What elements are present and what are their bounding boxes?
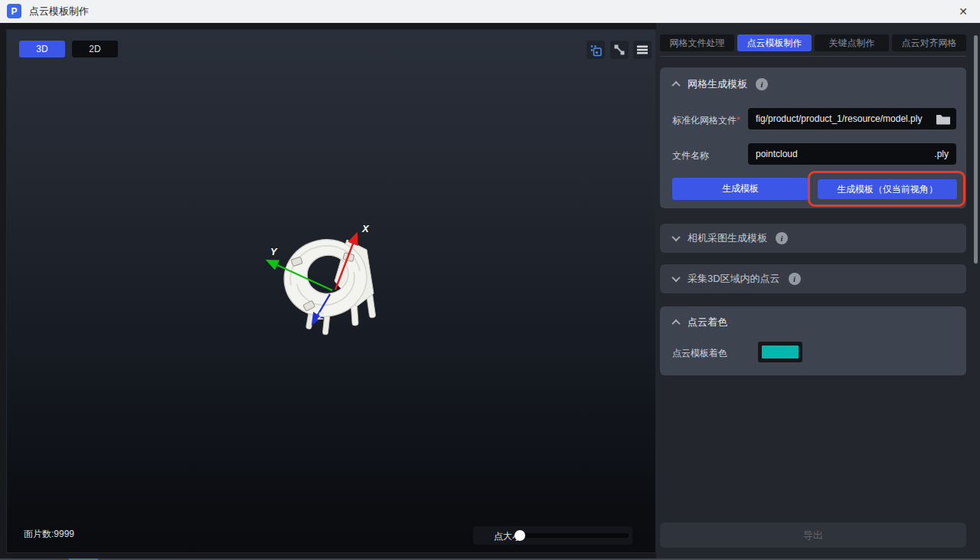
menu-icon[interactable] [633, 41, 652, 59]
chevron-up-icon [671, 319, 680, 328]
section-3d-region-collect: 采集3D区域内的点云 i [660, 264, 966, 293]
chevron-down-icon [671, 233, 680, 241]
pointcloud-capture-icon[interactable] [586, 41, 605, 59]
tab-pointcloud-align-mesh[interactable]: 点云对齐网格 [892, 34, 966, 51]
mode-2d-button[interactable]: 2D [72, 41, 118, 57]
tab-pointcloud-template[interactable]: 点云模板制作 [737, 34, 812, 51]
section-mesh-title: 网格生成模板 [688, 77, 747, 91]
section-camera-capture: 相机采图生成模板 i [660, 224, 966, 253]
file-field-label: 标准化网格文件* [672, 114, 740, 127]
info-icon[interactable]: i [776, 232, 788, 244]
file-path-input[interactable] [748, 108, 956, 129]
section-region-header[interactable]: 采集3D区域内的点云 i [660, 264, 966, 293]
section-camera-header[interactable]: 相机采图生成模板 i [660, 224, 966, 253]
file-name-field: .ply [748, 143, 956, 165]
face-count-label: 面片数:9999 [24, 528, 74, 541]
color-swatch-fill [762, 345, 799, 359]
swatch-label: 点云模板着色 [672, 347, 727, 360]
close-button[interactable]: ✕ [954, 3, 972, 20]
app-logo-icon: P [7, 4, 21, 18]
section-color-title: 点云着色 [688, 316, 727, 329]
mode-3d-button[interactable]: 3D [19, 41, 65, 57]
window-title: 点云模板制作 [29, 5, 89, 18]
section-mesh-header[interactable]: 网格生成模板 i [660, 67, 966, 101]
chevron-up-icon [671, 81, 680, 90]
export-button[interactable]: 导出 [660, 522, 966, 548]
point-size-track[interactable] [524, 533, 629, 538]
axis-z-label: Z [317, 310, 325, 322]
panel-scrollbar-thumb[interactable] [974, 35, 978, 264]
point-size-slider: 点大小 [473, 526, 632, 545]
chevron-down-icon [671, 273, 680, 282]
tab-keypoint[interactable]: 关键点制作 [815, 34, 889, 51]
title-bar: P 点云模板制作 ✕ [0, 0, 980, 23]
panel-tabs: 网格文件处理 点云模板制作 关键点制作 点云对齐网格 [660, 34, 966, 51]
point-size-handle[interactable] [514, 530, 525, 541]
tab-divider [660, 56, 966, 57]
axis-y-label: Y [270, 246, 278, 257]
3d-model: X Y Z [253, 215, 407, 368]
right-panel: 网格文件处理 点云模板制作 关键点制作 点云对齐网格 网格生成模板 i 标准化网… [656, 23, 980, 558]
section-region-title: 采集3D区域内的点云 [688, 272, 780, 286]
info-icon[interactable]: i [756, 78, 768, 90]
required-mark: * [737, 115, 740, 126]
section-color-header[interactable]: 点云着色 [660, 306, 966, 339]
generate-template-button[interactable]: 生成模板 [672, 178, 808, 200]
info-icon[interactable]: i [789, 273, 801, 285]
file-name-input[interactable] [748, 143, 956, 165]
axis-x-label: X [361, 223, 370, 234]
tab-mesh-file-processing[interactable]: 网格文件处理 [660, 34, 734, 51]
section-camera-title: 相机采图生成模板 [688, 231, 767, 245]
section-pointcloud-coloring: 点云着色 点云模板着色 [660, 306, 966, 375]
3d-viewport[interactable]: 3D 2D [6, 29, 656, 553]
color-swatch[interactable] [758, 342, 802, 362]
file-extension-suffix: .ply [934, 149, 949, 159]
link-nodes-icon[interactable] [610, 41, 629, 59]
generate-template-current-view-button[interactable]: 生成模板（仅当前视角） [818, 179, 957, 199]
folder-browse-icon[interactable] [936, 113, 951, 125]
section-mesh-generate: 网格生成模板 i 标准化网格文件* 文件名称 .ply 生成模板 生成模板（仅当… [660, 67, 966, 208]
name-field-label: 文件名称 [672, 149, 709, 162]
file-path-field [748, 108, 956, 129]
